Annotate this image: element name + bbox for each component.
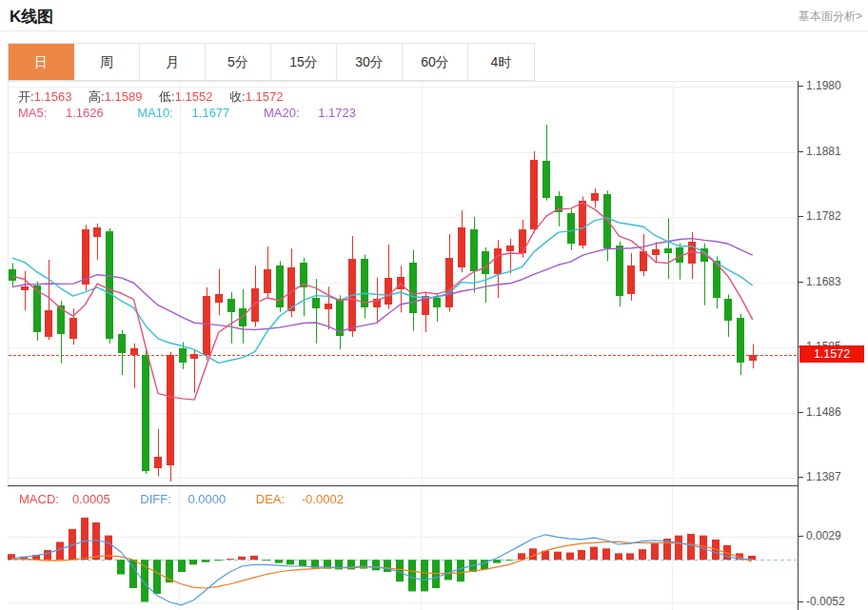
macd-tick-label: -0.0052 [806,595,845,608]
interval-tab-15min[interactable]: 15分 [271,44,337,80]
close-value: 1.1572 [246,89,284,104]
last-price-badge: 1.1572 [799,345,864,363]
tick-mark [799,412,803,413]
interval-tab-60min[interactable]: 60分 [403,44,468,80]
interval-tab-month[interactable]: 月 [140,44,206,80]
dea-value-readout: DEA: -0.0002 [256,492,357,506]
macd-readout: MACD:0.0005 DIFF: 0.0000 DEA: -0.0002 [19,492,370,506]
interval-tab-5min[interactable]: 5分 [206,44,271,80]
kline-chart-page: K线图 基本面分析> 日周月5分15分30分60分4时 开:1.1563 高:1… [0,0,868,610]
price-tick-label: 1.1387 [806,470,841,483]
page-title: K线图 [10,6,53,28]
header-divider [0,30,868,31]
tick-mark [799,86,803,87]
tick-mark [799,477,803,478]
interval-tab-week[interactable]: 周 [74,44,140,80]
price-tick-label: 1.1486 [806,405,841,419]
interval-tabs: 日周月5分15分30分60分4时 [8,43,535,81]
price-tick-label: 1.1980 [806,79,841,92]
ma-readout: MA5: 1.1626 MA10: 1.1677 MA20: 1.1723 [18,106,386,120]
price-tick-label: 1.1782 [806,209,841,223]
open-label: 开: [18,89,34,104]
tick-mark [799,601,803,602]
ma10-readout: MA10: 1.1677 [137,106,245,120]
low-value: 1.1552 [175,89,213,104]
tick-mark [799,282,803,283]
diff-value-readout: DIFF: 0.0000 [140,492,239,506]
macd-tick-label: 0.0029 [806,529,841,542]
macd-value-readout: MACD:0.0005 [19,492,124,506]
macd-pane: MACD:0.0005 DIFF: 0.0000 DEA: -0.0002 [8,485,798,610]
high-value: 1.1589 [105,89,143,104]
price-tick-label: 1.1881 [806,145,841,158]
fundamental-analysis-link[interactable]: 基本面分析> [799,9,862,25]
high-label: 高: [89,89,105,104]
ma20-readout: MA20: 1.1723 [264,106,371,120]
tick-mark [799,216,803,217]
tick-mark [799,536,803,537]
price-tick-label: 1.1683 [806,275,841,288]
open-value: 1.1563 [34,89,72,104]
price-axis-gutter: 1.1572 1.19801.18811.17821.16831.15851.1… [798,81,868,610]
interval-tab-4hour[interactable]: 4时 [468,44,534,80]
candlestick-pane: 开:1.1563 高:1.1589 低:1.1552 收:1.1572 MA5:… [8,81,798,485]
ma5-readout: MA5: 1.1626 [18,106,119,120]
tick-mark [799,151,803,152]
close-label: 收: [229,89,246,104]
ohlc-readout: 开:1.1563 高:1.1589 低:1.1552 收:1.1572 [18,89,296,106]
candlestick-canvas[interactable] [9,82,798,485]
low-label: 低: [159,89,175,104]
interval-tab-30min[interactable]: 30分 [337,44,403,80]
interval-tab-day[interactable]: 日 [9,44,74,80]
